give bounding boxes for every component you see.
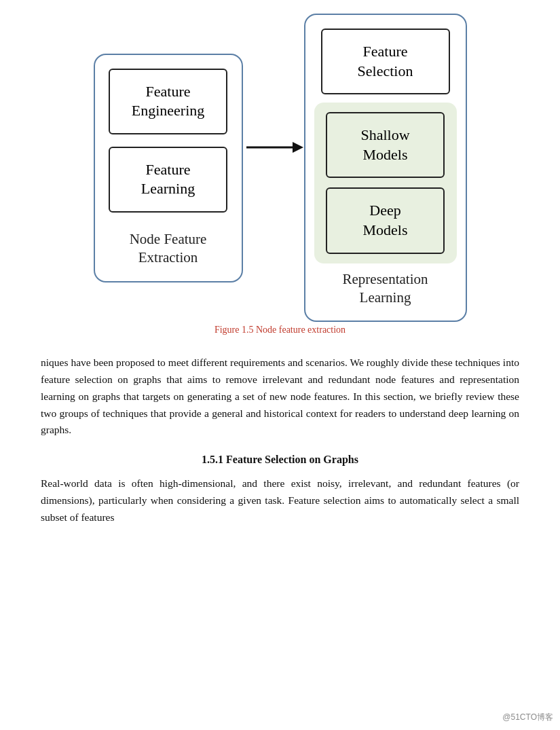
feature-selection-label: FeatureSelection bbox=[358, 43, 413, 79]
arrow-container bbox=[243, 137, 304, 158]
deep-models-label: DeepModels bbox=[363, 202, 408, 238]
feature-engineering-box: FeatureEngineering bbox=[109, 69, 227, 134]
right-group-box: FeatureSelection ShallowModels DeepModel… bbox=[304, 14, 467, 322]
representation-learning-label: RepresentationLearning bbox=[318, 270, 453, 308]
body-paragraph-2: Real-world data is often high-dimensiona… bbox=[41, 475, 519, 526]
arrow-icon bbox=[244, 137, 303, 158]
svg-marker-1 bbox=[293, 142, 303, 153]
feature-learning-label: FeatureLearning bbox=[141, 161, 195, 198]
section-heading: 1.5.1 Feature Selection on Graphs bbox=[41, 454, 519, 466]
feature-learning-box: FeatureLearning bbox=[109, 147, 227, 213]
diagram-row: FeatureEngineering FeatureLearning Node … bbox=[94, 14, 467, 322]
body-paragraph-1: niques have been proposed to meet differ… bbox=[41, 354, 519, 439]
deep-models-box: DeepModels bbox=[326, 187, 445, 253]
node-feature-extraction-label: Node FeatureExtraction bbox=[130, 230, 207, 268]
watermark: @51CTO博客 bbox=[502, 712, 553, 723]
shallow-models-label: ShallowModels bbox=[360, 126, 409, 163]
diagram-wrapper: FeatureEngineering FeatureLearning Node … bbox=[41, 14, 519, 322]
shallow-models-box: ShallowModels bbox=[326, 112, 445, 178]
feature-selection-box: FeatureSelection bbox=[321, 29, 450, 94]
left-group-box: FeatureEngineering FeatureLearning Node … bbox=[94, 54, 243, 282]
green-subgroup: ShallowModels DeepModels bbox=[314, 103, 457, 263]
feature-engineering-label: FeatureEngineering bbox=[132, 83, 205, 120]
figure-caption: Figure 1.5 Node feature extraction bbox=[41, 325, 519, 335]
page-container: FeatureEngineering FeatureLearning Node … bbox=[0, 0, 560, 555]
